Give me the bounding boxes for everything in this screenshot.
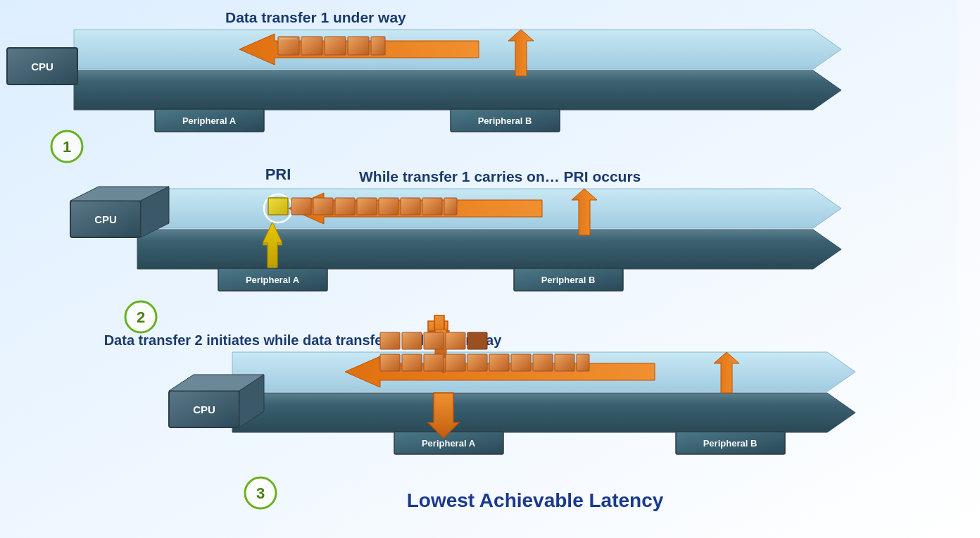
packets-s3-stacked (380, 332, 487, 349)
packets-s3-top (380, 354, 589, 371)
svg-rect-12 (348, 37, 369, 55)
step3-number: 3 (256, 484, 265, 502)
periph-b2-label: Peripheral B (541, 275, 596, 285)
svg-rect-27 (268, 198, 288, 215)
periph-b1-label: Peripheral B (478, 115, 532, 126)
title1-text: Data transfer 1 under way (225, 9, 406, 25)
cpu2-label: CPU (94, 213, 117, 225)
svg-rect-57 (533, 354, 553, 371)
svg-rect-51 (402, 354, 422, 371)
svg-rect-55 (489, 354, 509, 371)
step2-number: 2 (137, 308, 145, 326)
svg-rect-64 (467, 332, 487, 349)
svg-rect-33 (401, 198, 420, 215)
svg-rect-52 (424, 354, 444, 371)
svg-marker-16 (137, 230, 841, 269)
svg-rect-32 (379, 198, 398, 215)
packets-s2 (268, 198, 457, 215)
cpu1-label: CPU (31, 61, 54, 73)
periph-a2-label: Peripheral A (246, 275, 300, 285)
svg-rect-11 (325, 37, 346, 55)
periph-a3-label: Peripheral A (422, 438, 476, 449)
pri-label: PRI (265, 165, 291, 183)
svg-rect-60 (380, 332, 400, 349)
svg-rect-30 (335, 198, 355, 215)
svg-rect-53 (446, 354, 465, 371)
title2-text: While transfer 1 carries on… PRI occurs (359, 168, 641, 184)
svg-rect-8 (278, 37, 299, 55)
svg-rect-56 (511, 354, 531, 371)
main-diagram: Data transfer 1 under way CPU Peripheral… (0, 0, 957, 538)
svg-rect-35 (444, 198, 457, 215)
svg-rect-29 (313, 198, 333, 215)
svg-rect-62 (424, 332, 444, 349)
svg-rect-50 (380, 354, 400, 371)
svg-rect-59 (577, 354, 589, 371)
svg-rect-54 (467, 354, 487, 371)
svg-rect-10 (301, 37, 322, 55)
periph-b3-label: Peripheral B (703, 438, 758, 449)
svg-rect-31 (357, 198, 377, 215)
svg-rect-61 (402, 332, 422, 349)
bottom-label: Lowest Achievable Latency (407, 489, 664, 511)
svg-rect-58 (555, 354, 574, 371)
svg-rect-63 (446, 332, 465, 349)
step1-number: 1 (63, 138, 71, 156)
svg-rect-34 (422, 198, 442, 215)
periph-a1-label: Peripheral A (182, 115, 237, 126)
svg-rect-13 (371, 37, 385, 55)
cpu3-label: CPU (193, 404, 215, 415)
svg-rect-28 (291, 198, 311, 215)
svg-marker-38 (232, 393, 855, 432)
svg-marker-2 (74, 70, 841, 110)
packets-s1 (278, 37, 385, 55)
